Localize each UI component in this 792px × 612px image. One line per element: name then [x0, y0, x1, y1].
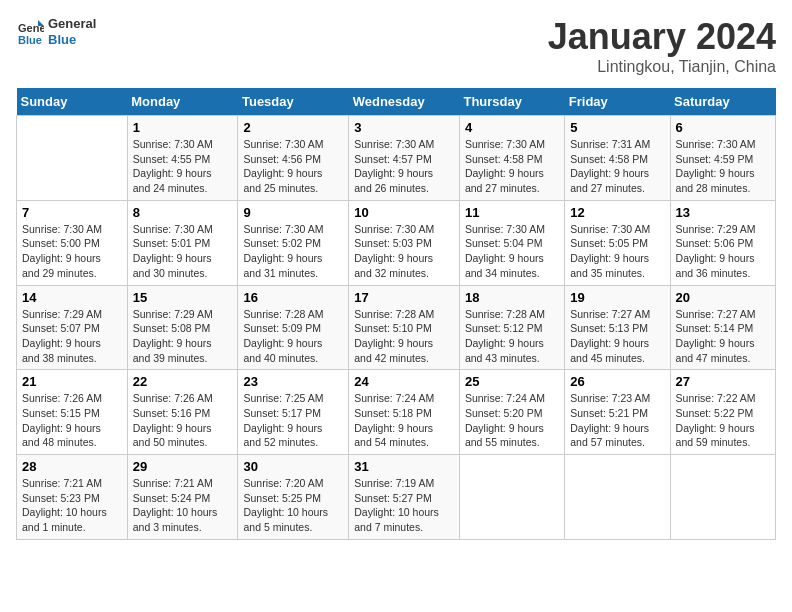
day-cell	[670, 455, 775, 540]
day-info: Sunrise: 7:30 AM Sunset: 4:59 PM Dayligh…	[676, 137, 770, 196]
logo-general: General	[48, 16, 96, 32]
day-cell	[565, 455, 670, 540]
day-info: Sunrise: 7:27 AM Sunset: 5:13 PM Dayligh…	[570, 307, 664, 366]
day-number: 29	[133, 459, 233, 474]
day-number: 17	[354, 290, 454, 305]
day-cell	[17, 116, 128, 201]
day-cell: 10Sunrise: 7:30 AM Sunset: 5:03 PM Dayli…	[349, 200, 460, 285]
day-info: Sunrise: 7:30 AM Sunset: 5:02 PM Dayligh…	[243, 222, 343, 281]
day-cell: 3Sunrise: 7:30 AM Sunset: 4:57 PM Daylig…	[349, 116, 460, 201]
day-cell: 8Sunrise: 7:30 AM Sunset: 5:01 PM Daylig…	[127, 200, 238, 285]
day-cell: 21Sunrise: 7:26 AM Sunset: 5:15 PM Dayli…	[17, 370, 128, 455]
title-area: January 2024 Lintingkou, Tianjin, China	[548, 16, 776, 76]
day-number: 19	[570, 290, 664, 305]
week-row-5: 28Sunrise: 7:21 AM Sunset: 5:23 PM Dayli…	[17, 455, 776, 540]
day-info: Sunrise: 7:30 AM Sunset: 5:00 PM Dayligh…	[22, 222, 122, 281]
day-cell: 12Sunrise: 7:30 AM Sunset: 5:05 PM Dayli…	[565, 200, 670, 285]
day-number: 22	[133, 374, 233, 389]
day-cell: 6Sunrise: 7:30 AM Sunset: 4:59 PM Daylig…	[670, 116, 775, 201]
day-info: Sunrise: 7:28 AM Sunset: 5:12 PM Dayligh…	[465, 307, 559, 366]
day-info: Sunrise: 7:27 AM Sunset: 5:14 PM Dayligh…	[676, 307, 770, 366]
day-number: 27	[676, 374, 770, 389]
day-cell: 18Sunrise: 7:28 AM Sunset: 5:12 PM Dayli…	[459, 285, 564, 370]
week-row-4: 21Sunrise: 7:26 AM Sunset: 5:15 PM Dayli…	[17, 370, 776, 455]
day-cell: 30Sunrise: 7:20 AM Sunset: 5:25 PM Dayli…	[238, 455, 349, 540]
day-info: Sunrise: 7:29 AM Sunset: 5:08 PM Dayligh…	[133, 307, 233, 366]
day-info: Sunrise: 7:30 AM Sunset: 4:55 PM Dayligh…	[133, 137, 233, 196]
weekday-header-friday: Friday	[565, 88, 670, 116]
day-info: Sunrise: 7:22 AM Sunset: 5:22 PM Dayligh…	[676, 391, 770, 450]
day-number: 3	[354, 120, 454, 135]
logo-blue: Blue	[48, 32, 96, 48]
day-info: Sunrise: 7:21 AM Sunset: 5:23 PM Dayligh…	[22, 476, 122, 535]
day-number: 24	[354, 374, 454, 389]
day-cell: 5Sunrise: 7:31 AM Sunset: 4:58 PM Daylig…	[565, 116, 670, 201]
day-number: 11	[465, 205, 559, 220]
day-cell: 16Sunrise: 7:28 AM Sunset: 5:09 PM Dayli…	[238, 285, 349, 370]
day-info: Sunrise: 7:29 AM Sunset: 5:06 PM Dayligh…	[676, 222, 770, 281]
weekday-header-thursday: Thursday	[459, 88, 564, 116]
day-number: 14	[22, 290, 122, 305]
day-info: Sunrise: 7:24 AM Sunset: 5:18 PM Dayligh…	[354, 391, 454, 450]
day-info: Sunrise: 7:30 AM Sunset: 5:04 PM Dayligh…	[465, 222, 559, 281]
day-cell: 31Sunrise: 7:19 AM Sunset: 5:27 PM Dayli…	[349, 455, 460, 540]
day-number: 7	[22, 205, 122, 220]
svg-text:Blue: Blue	[18, 34, 42, 46]
calendar-subtitle: Lintingkou, Tianjin, China	[548, 58, 776, 76]
day-number: 28	[22, 459, 122, 474]
calendar-table: SundayMondayTuesdayWednesdayThursdayFrid…	[16, 88, 776, 540]
day-number: 23	[243, 374, 343, 389]
day-cell: 17Sunrise: 7:28 AM Sunset: 5:10 PM Dayli…	[349, 285, 460, 370]
day-cell: 25Sunrise: 7:24 AM Sunset: 5:20 PM Dayli…	[459, 370, 564, 455]
weekday-header-wednesday: Wednesday	[349, 88, 460, 116]
weekday-header-monday: Monday	[127, 88, 238, 116]
day-cell: 2Sunrise: 7:30 AM Sunset: 4:56 PM Daylig…	[238, 116, 349, 201]
day-number: 9	[243, 205, 343, 220]
day-info: Sunrise: 7:23 AM Sunset: 5:21 PM Dayligh…	[570, 391, 664, 450]
day-number: 12	[570, 205, 664, 220]
day-cell: 9Sunrise: 7:30 AM Sunset: 5:02 PM Daylig…	[238, 200, 349, 285]
day-cell: 7Sunrise: 7:30 AM Sunset: 5:00 PM Daylig…	[17, 200, 128, 285]
day-number: 31	[354, 459, 454, 474]
day-number: 25	[465, 374, 559, 389]
day-cell: 15Sunrise: 7:29 AM Sunset: 5:08 PM Dayli…	[127, 285, 238, 370]
day-cell: 11Sunrise: 7:30 AM Sunset: 5:04 PM Dayli…	[459, 200, 564, 285]
calendar-title: January 2024	[548, 16, 776, 58]
day-cell: 28Sunrise: 7:21 AM Sunset: 5:23 PM Dayli…	[17, 455, 128, 540]
day-cell: 4Sunrise: 7:30 AM Sunset: 4:58 PM Daylig…	[459, 116, 564, 201]
day-number: 10	[354, 205, 454, 220]
day-number: 6	[676, 120, 770, 135]
day-cell: 14Sunrise: 7:29 AM Sunset: 5:07 PM Dayli…	[17, 285, 128, 370]
day-number: 21	[22, 374, 122, 389]
day-number: 5	[570, 120, 664, 135]
day-number: 8	[133, 205, 233, 220]
day-number: 15	[133, 290, 233, 305]
weekday-header-sunday: Sunday	[17, 88, 128, 116]
week-row-2: 7Sunrise: 7:30 AM Sunset: 5:00 PM Daylig…	[17, 200, 776, 285]
day-info: Sunrise: 7:29 AM Sunset: 5:07 PM Dayligh…	[22, 307, 122, 366]
day-cell	[459, 455, 564, 540]
page-header: General Blue General Blue January 2024 L…	[16, 16, 776, 76]
day-cell: 20Sunrise: 7:27 AM Sunset: 5:14 PM Dayli…	[670, 285, 775, 370]
day-info: Sunrise: 7:25 AM Sunset: 5:17 PM Dayligh…	[243, 391, 343, 450]
day-info: Sunrise: 7:20 AM Sunset: 5:25 PM Dayligh…	[243, 476, 343, 535]
day-info: Sunrise: 7:19 AM Sunset: 5:27 PM Dayligh…	[354, 476, 454, 535]
day-number: 18	[465, 290, 559, 305]
day-number: 2	[243, 120, 343, 135]
day-number: 1	[133, 120, 233, 135]
day-number: 20	[676, 290, 770, 305]
day-info: Sunrise: 7:30 AM Sunset: 4:58 PM Dayligh…	[465, 137, 559, 196]
weekday-header-tuesday: Tuesday	[238, 88, 349, 116]
day-cell: 13Sunrise: 7:29 AM Sunset: 5:06 PM Dayli…	[670, 200, 775, 285]
day-number: 13	[676, 205, 770, 220]
week-row-3: 14Sunrise: 7:29 AM Sunset: 5:07 PM Dayli…	[17, 285, 776, 370]
day-number: 16	[243, 290, 343, 305]
day-number: 4	[465, 120, 559, 135]
day-cell: 22Sunrise: 7:26 AM Sunset: 5:16 PM Dayli…	[127, 370, 238, 455]
day-info: Sunrise: 7:24 AM Sunset: 5:20 PM Dayligh…	[465, 391, 559, 450]
day-info: Sunrise: 7:30 AM Sunset: 5:03 PM Dayligh…	[354, 222, 454, 281]
day-info: Sunrise: 7:28 AM Sunset: 5:09 PM Dayligh…	[243, 307, 343, 366]
weekday-header-saturday: Saturday	[670, 88, 775, 116]
logo-icon: General Blue	[16, 18, 44, 46]
day-info: Sunrise: 7:30 AM Sunset: 4:57 PM Dayligh…	[354, 137, 454, 196]
